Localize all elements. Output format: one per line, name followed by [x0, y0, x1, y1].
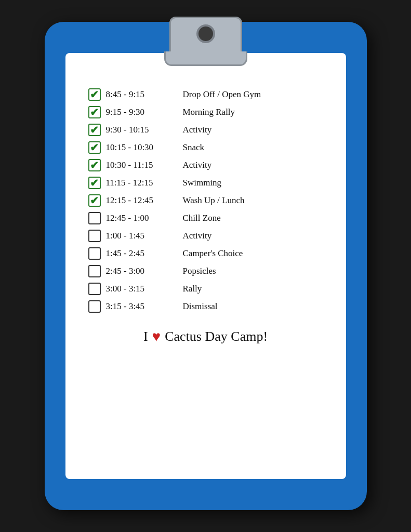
unchecked-checkbox[interactable] — [88, 247, 101, 260]
checked-checkbox[interactable]: ✔ — [88, 194, 101, 207]
clipboard-clip — [169, 17, 242, 58]
list-item: ✔9:30 - 10:15Activity — [88, 124, 323, 136]
activity-label: Chill Zone — [183, 213, 221, 223]
time-label: 2:45 - 3:00 — [106, 266, 183, 276]
footer-suffix: Cactus Day Camp! — [165, 329, 268, 344]
time-label: 12:15 - 12:45 — [106, 195, 183, 206]
list-item: ✔12:15 - 12:45Wash Up / Lunch — [88, 194, 323, 207]
time-label: 10:30 - 11:15 — [106, 160, 183, 170]
activity-label: Activity — [183, 125, 212, 135]
activity-label: Rally — [183, 284, 202, 294]
list-item: ✔11:15 - 12:15Swimming — [88, 177, 323, 189]
checked-checkbox[interactable]: ✔ — [88, 124, 101, 136]
time-label: 9:30 - 10:15 — [106, 125, 183, 135]
activity-label: Swimming — [183, 178, 222, 188]
time-label: 3:15 - 3:45 — [106, 301, 183, 312]
checkmark-icon: ✔ — [90, 107, 99, 117]
checked-checkbox[interactable]: ✔ — [88, 88, 101, 101]
list-item: 12:45 - 1:00Chill Zone — [88, 212, 323, 224]
unchecked-checkbox[interactable] — [88, 265, 101, 277]
list-item: ✔10:15 - 10:30Snack — [88, 141, 323, 154]
activity-label: Morning Rally — [183, 107, 235, 117]
unchecked-checkbox[interactable] — [88, 283, 101, 295]
list-item: ✔9:15 - 9:30Morning Rally — [88, 106, 323, 118]
list-item: 3:00 - 3:15Rally — [88, 283, 323, 295]
time-label: 3:00 - 3:15 — [106, 284, 183, 294]
checked-checkbox[interactable]: ✔ — [88, 159, 101, 171]
clipboard: ✔8:45 - 9:15Drop Off / Open Gym✔9:15 - 9… — [45, 22, 367, 510]
checkmark-icon: ✔ — [90, 160, 99, 170]
checkmark-icon: ✔ — [90, 142, 99, 153]
footer: I ♥ Cactus Day Camp! — [88, 328, 323, 345]
paper: ✔8:45 - 9:15Drop Off / Open Gym✔9:15 - 9… — [65, 53, 346, 479]
activity-label: Drop Off / Open Gym — [183, 89, 261, 100]
activity-label: Activity — [183, 160, 212, 170]
time-label: 1:45 - 2:45 — [106, 248, 183, 259]
list-item: 1:00 - 1:45Activity — [88, 230, 323, 242]
unchecked-checkbox[interactable] — [88, 212, 101, 224]
unchecked-checkbox[interactable] — [88, 300, 101, 313]
time-label: 10:15 - 10:30 — [106, 142, 183, 153]
list-item: ✔8:45 - 9:15Drop Off / Open Gym — [88, 88, 323, 101]
time-label: 1:00 - 1:45 — [106, 231, 183, 241]
time-label: 9:15 - 9:30 — [106, 107, 183, 117]
activity-label: Dismissal — [183, 301, 218, 312]
checkmark-icon: ✔ — [90, 178, 99, 188]
list-item: ✔10:30 - 11:15Activity — [88, 159, 323, 171]
list-item: 1:45 - 2:45Camper's Choice — [88, 247, 323, 260]
list-item: 2:45 - 3:00Popsicles — [88, 265, 323, 277]
checked-checkbox[interactable]: ✔ — [88, 177, 101, 189]
heart-icon: ♥ — [152, 328, 161, 345]
activity-label: Wash Up / Lunch — [183, 195, 245, 206]
list-item: 3:15 - 3:45Dismissal — [88, 300, 323, 313]
unchecked-checkbox[interactable] — [88, 230, 101, 242]
checkmark-icon: ✔ — [90, 195, 99, 206]
checked-checkbox[interactable]: ✔ — [88, 106, 101, 118]
clip-bottom — [164, 51, 247, 66]
activity-label: Activity — [183, 231, 212, 241]
time-label: 12:45 - 1:00 — [106, 213, 183, 223]
activity-label: Popsicles — [183, 266, 216, 276]
clip-hole — [196, 24, 215, 43]
activity-label: Camper's Choice — [183, 248, 243, 259]
time-label: 8:45 - 9:15 — [106, 89, 183, 100]
checkmark-icon: ✔ — [90, 89, 99, 100]
checked-checkbox[interactable]: ✔ — [88, 141, 101, 154]
checkmark-icon: ✔ — [90, 125, 99, 135]
footer-prefix: I — [143, 329, 148, 344]
time-label: 11:15 - 12:15 — [106, 178, 183, 188]
activity-label: Snack — [183, 142, 205, 153]
schedule-list: ✔8:45 - 9:15Drop Off / Open Gym✔9:15 - 9… — [88, 88, 323, 313]
